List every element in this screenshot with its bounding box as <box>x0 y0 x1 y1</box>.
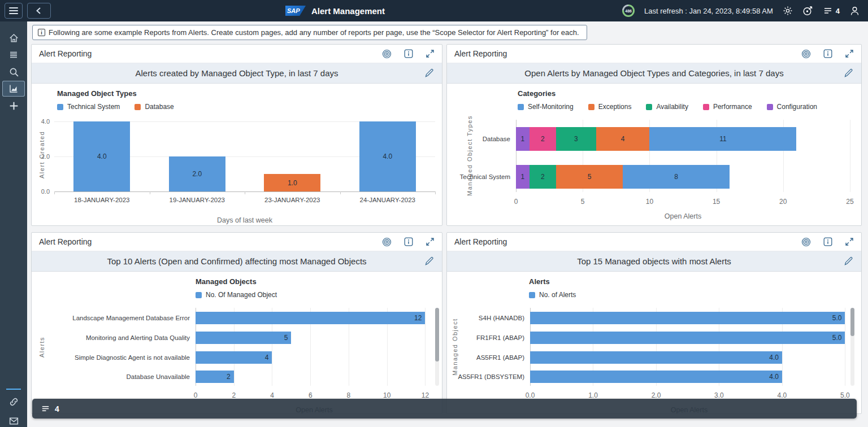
hbar[interactable]: 2 <box>196 371 234 383</box>
chart-scrollbar-thumb[interactable] <box>435 308 439 361</box>
column-bar[interactable]: 4.0 <box>359 121 416 191</box>
legend-label: Technical System <box>67 103 120 111</box>
bar-segment-availability[interactable]: 3 <box>556 127 596 151</box>
bar-value-label: 4 <box>265 354 269 361</box>
legend-item[interactable]: Database <box>134 103 173 111</box>
column-bar[interactable]: 4.0 <box>73 121 130 191</box>
notification-toast-bar[interactable]: 4 <box>32 399 857 419</box>
legend-swatch <box>134 104 141 110</box>
legend: No. Of Managed Object <box>196 291 277 299</box>
sidebar-item-home[interactable] <box>0 29 27 46</box>
info-banner-text: Following are some example Reports from … <box>49 28 579 37</box>
bar-segment-performance[interactable]: 2 <box>530 127 556 151</box>
message-list-icon <box>823 6 833 16</box>
hbar[interactable]: 4.0 <box>530 371 782 383</box>
legend-item[interactable]: Configuration <box>767 103 817 111</box>
legend-item[interactable]: No. Of Managed Object <box>196 291 277 299</box>
scope-selector-icon[interactable] <box>382 49 392 59</box>
hbar[interactable]: 5.0 <box>530 312 845 324</box>
last-refresh-label: Last refresh : Jan 24, 2023, 8:49:58 AM <box>644 7 773 15</box>
column-bar[interactable]: 2.0 <box>169 156 225 191</box>
scope-selector-icon[interactable] <box>801 237 811 247</box>
bar-segment-configuration[interactable]: 1 <box>516 127 530 151</box>
legend-swatch <box>529 292 535 298</box>
x-tick-label: 8 <box>336 391 361 399</box>
bar-segment-exceptions[interactable]: 5 <box>556 165 623 189</box>
bar-segment-exceptions[interactable]: 4 <box>596 127 650 151</box>
x-tick-label: 2.0 <box>644 391 669 399</box>
legend: No. of Alerts <box>529 291 576 299</box>
chart-scrollbar-thumb[interactable] <box>850 308 854 336</box>
x-tick-label: 4 <box>259 391 284 399</box>
hbar[interactable]: 5 <box>196 332 291 344</box>
x-category-label: 19-JANUARY-2023 <box>150 197 245 203</box>
expand-icon[interactable] <box>426 49 435 58</box>
gridline <box>425 308 426 386</box>
bar-segment-self-monitoring[interactable]: 11 <box>649 127 796 151</box>
hbar[interactable]: 12 <box>196 312 425 324</box>
info-icon[interactable] <box>404 237 413 246</box>
info-icon[interactable] <box>823 237 832 246</box>
legend-item[interactable]: Self-Monitoring <box>518 103 574 111</box>
axis-tick <box>435 191 436 194</box>
scope-target-button[interactable] <box>802 6 813 16</box>
expand-icon[interactable] <box>845 49 854 58</box>
x-tick-label: 1.0 <box>580 391 605 399</box>
legend-item[interactable]: Availability <box>646 103 688 111</box>
back-button[interactable] <box>27 3 51 19</box>
notifications-button[interactable]: 4 <box>823 6 840 16</box>
edit-icon[interactable] <box>844 68 853 80</box>
x-tick-label: 15 <box>704 198 729 206</box>
column-bar[interactable]: 1.0 <box>264 174 320 191</box>
scope-selector-icon[interactable] <box>382 237 392 247</box>
expand-icon[interactable] <box>845 237 854 246</box>
segment-value-label: 3 <box>574 135 578 143</box>
bar-segment-availability[interactable]: 2 <box>530 165 556 189</box>
scope-selector-icon[interactable] <box>801 49 811 59</box>
menu-button[interactable] <box>5 3 23 19</box>
y-category-label: Technical System <box>447 165 510 189</box>
chart-subtitle: Alerts created by Managed Object Type, i… <box>32 68 442 78</box>
refresh-countdown-badge[interactable]: 486 <box>622 5 635 17</box>
legend-item[interactable]: Performance <box>703 103 752 111</box>
legend-swatch <box>57 104 63 110</box>
settings-button[interactable] <box>783 6 793 16</box>
toast-count: 4 <box>55 404 59 413</box>
x-tick-label: 6 <box>298 391 323 399</box>
side-navigation <box>0 21 27 427</box>
sidebar-item-search[interactable] <box>0 63 27 80</box>
person-icon <box>849 6 860 16</box>
edit-icon[interactable] <box>424 256 434 268</box>
segment-value-label: 2 <box>541 173 545 181</box>
bar-value-label: 1.0 <box>288 179 297 187</box>
sidebar-item-add-page[interactable] <box>0 97 27 114</box>
edit-icon[interactable] <box>424 68 434 80</box>
edit-icon[interactable] <box>844 256 853 268</box>
sidebar-item-share-link[interactable] <box>0 393 27 410</box>
user-button[interactable] <box>849 6 860 16</box>
hbar[interactable]: 4 <box>196 351 272 364</box>
chart-canvas: Managed Objects No. Of Managed Object Al… <box>32 272 442 413</box>
x-tick-label: 0 <box>504 198 528 206</box>
info-icon[interactable] <box>823 49 832 58</box>
sidebar-item-list[interactable] <box>0 46 27 63</box>
sidebar-item-reports-selected[interactable] <box>2 81 25 97</box>
search-icon <box>8 67 19 77</box>
x-tick-label: 0 <box>183 391 208 399</box>
sidebar-item-feedback-mail[interactable] <box>0 412 27 427</box>
bar-value-label: 4.0 <box>97 152 107 160</box>
legend-item[interactable]: No. of Alerts <box>529 291 576 299</box>
info-icon[interactable] <box>404 49 413 58</box>
segment-value-label: 1 <box>520 173 524 181</box>
legend-item[interactable]: Exceptions <box>588 103 632 111</box>
hbar[interactable]: 4.0 <box>530 351 782 364</box>
home-icon <box>8 33 19 43</box>
y-category-label: Monitoring and Alerting Data Quality <box>33 332 190 344</box>
legend-item[interactable]: Technical System <box>57 103 120 111</box>
expand-icon[interactable] <box>426 237 435 246</box>
hbar[interactable]: 5.0 <box>530 332 845 344</box>
bar-segment-self-monitoring[interactable]: 8 <box>623 165 730 189</box>
y-tick-label: 4.0 <box>32 118 50 125</box>
bar-value-label: 5 <box>284 334 288 342</box>
bar-segment-configuration[interactable]: 1 <box>516 165 530 189</box>
